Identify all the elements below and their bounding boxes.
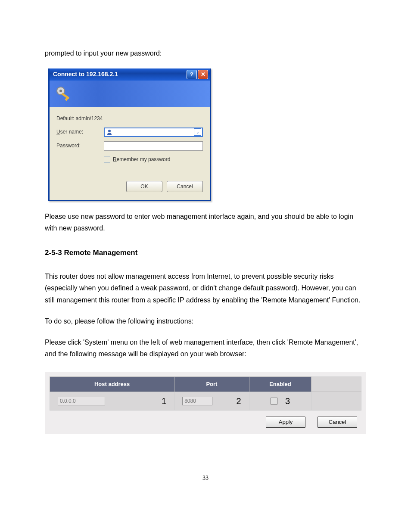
- username-label: User name:: [56, 128, 104, 136]
- titlebar[interactable]: Connect to 192.168.2.1 ? ✕: [50, 68, 210, 81]
- remember-checkbox[interactable]: [104, 156, 110, 162]
- enabled-checkbox[interactable]: [271, 398, 277, 404]
- remember-label: Remember my password: [113, 155, 170, 164]
- col-enabled: Enabled: [249, 377, 311, 392]
- section-p3: Please click 'System' menu on the left o…: [45, 336, 366, 360]
- svg-point-1: [59, 90, 62, 92]
- port-input[interactable]: [182, 397, 212, 405]
- annotation-3: 3: [285, 394, 290, 408]
- connect-dialog: Connect to 192.168.2.1 ? ✕ Default: admi…: [48, 68, 211, 201]
- help-icon[interactable]: ?: [187, 70, 197, 79]
- titlebar-title: Connect to 192.168.2.1: [53, 69, 118, 80]
- post-dialog-text: Please use new password to enter web man…: [45, 211, 366, 234]
- table-row: 1 2 3: [50, 392, 361, 411]
- user-icon: [106, 129, 112, 135]
- section-p2: To do so, please follow the following in…: [45, 315, 366, 327]
- annotation-2: 2: [237, 394, 241, 408]
- password-input[interactable]: [104, 141, 203, 151]
- chevron-down-icon[interactable]: ⌄: [194, 128, 201, 136]
- cancel-button-remote[interactable]: Cancel: [318, 417, 357, 428]
- host-address-input[interactable]: [58, 397, 105, 405]
- password-label: Password:: [56, 141, 104, 150]
- section-heading: 2-5-3 Remote Management: [45, 247, 366, 259]
- annotation-1: 1: [162, 394, 166, 408]
- ok-button[interactable]: OK: [126, 181, 162, 192]
- col-port: Port: [174, 377, 249, 392]
- remote-management-table: Host address Port Enabled 1 2: [50, 376, 361, 411]
- col-host: Host address: [50, 377, 174, 392]
- default-hint: Default: admin/1234: [56, 114, 103, 123]
- dialog-banner: [50, 81, 210, 107]
- cancel-button[interactable]: Cancel: [167, 181, 203, 192]
- svg-point-4: [108, 130, 111, 132]
- close-icon[interactable]: ✕: [198, 70, 208, 79]
- remote-management-panel: Host address Port Enabled 1 2: [45, 372, 366, 434]
- page-number: 33: [45, 473, 366, 483]
- intro-text: prompted to input your new password:: [45, 47, 366, 59]
- section-p1: This router does not allow management ac…: [45, 271, 366, 306]
- apply-button[interactable]: Apply: [266, 417, 305, 428]
- username-input[interactable]: ⌄: [104, 128, 203, 137]
- keys-icon: [55, 85, 73, 103]
